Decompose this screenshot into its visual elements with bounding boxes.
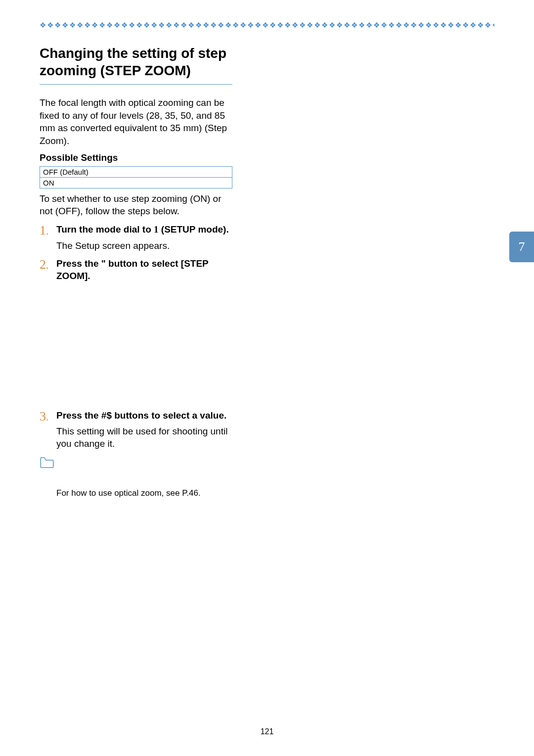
page: ❖❖❖❖❖❖❖❖❖❖❖❖❖❖❖❖❖❖❖❖❖❖❖❖❖❖❖❖❖❖❖❖❖❖❖❖❖❖❖❖…: [0, 0, 534, 756]
table-row: OFF (Default): [40, 166, 232, 177]
settings-cell: ON: [40, 177, 232, 188]
figure-placeholder: [40, 283, 232, 404]
step-body: Press the #$ buttons to select a value. …: [56, 410, 232, 450]
table-row: ON: [40, 177, 232, 188]
decorative-diamond-border: ❖❖❖❖❖❖❖❖❖❖❖❖❖❖❖❖❖❖❖❖❖❖❖❖❖❖❖❖❖❖❖❖❖❖❖❖❖❖❖❖…: [40, 21, 494, 30]
settings-cell: OFF (Default): [40, 166, 232, 177]
step-description: The Setup screen appears.: [56, 240, 229, 252]
main-column: The focal length with optical zooming ca…: [40, 96, 232, 498]
step-title: Press the " button to select [STEP ZOOM]…: [56, 258, 232, 282]
note-text: For how to use optical zoom, see P.46.: [56, 488, 232, 498]
title-underline: [40, 84, 232, 85]
step-1: 1. Turn the mode dial to 1 (SETUP mode).…: [40, 224, 232, 252]
step-number: 3.: [40, 410, 56, 450]
step-title: Turn the mode dial to 1 (SETUP mode).: [56, 224, 229, 236]
step-number: 1.: [40, 224, 56, 252]
chapter-tab: 7: [509, 232, 534, 262]
page-number: 121: [0, 727, 534, 736]
step-title: Press the #$ buttons to select a value.: [56, 410, 232, 422]
step-2: 2. Press the " button to select [STEP ZO…: [40, 258, 232, 282]
note-folder-icon: [40, 456, 54, 469]
settings-table: OFF (Default) ON: [40, 166, 232, 189]
note-icon-row: [40, 456, 232, 469]
section-title: Changing the setting of step zooming (ST…: [40, 45, 232, 79]
step-3: 3. Press the #$ buttons to select a valu…: [40, 410, 232, 450]
step-body: Turn the mode dial to 1 (SETUP mode). Th…: [56, 224, 229, 252]
step-body: Press the " button to select [STEP ZOOM]…: [56, 258, 232, 282]
possible-settings-label: Possible Settings: [40, 152, 232, 163]
intro-paragraph: The focal length with optical zooming ca…: [40, 96, 232, 147]
after-table-paragraph: To set whether to use step zooming (ON) …: [40, 192, 232, 218]
step-number: 2.: [40, 258, 56, 282]
step-description: This setting will be used for shooting u…: [56, 425, 232, 450]
